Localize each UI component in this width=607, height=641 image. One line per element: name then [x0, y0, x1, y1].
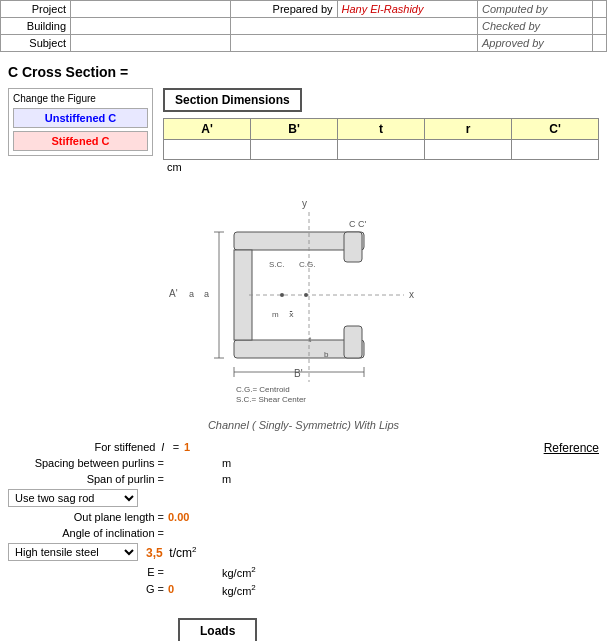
checked-value[interactable] [593, 18, 607, 35]
approved-label: Approved by [478, 35, 593, 52]
svg-text:C.G.: C.G. [299, 260, 315, 269]
computed-value[interactable] [593, 1, 607, 18]
checked-label: Checked by [478, 18, 593, 35]
span-input[interactable] [168, 473, 218, 485]
approved-value[interactable] [593, 35, 607, 52]
g-value: 0 [168, 583, 218, 595]
sag-rod-row: Use two sag rod Use one sag rod No sag r… [8, 489, 519, 507]
params-section: For stiffened l = 1 Spacing between purl… [8, 441, 599, 600]
loads-area: Loads [8, 610, 599, 641]
section-title: C Cross Section = [8, 64, 599, 80]
svg-rect-3 [344, 232, 362, 262]
cm-label: cm [167, 161, 182, 173]
inclination-row: Angle of inclination = [8, 527, 519, 539]
span-label: Span of purlin = [8, 473, 168, 485]
subject-value[interactable] [71, 35, 231, 52]
svg-text:B': B' [294, 368, 303, 379]
project-label: Project [1, 1, 71, 18]
prepared-label: Prepared by [231, 1, 338, 18]
col-t: t [338, 119, 425, 140]
svg-text:x: x [409, 289, 414, 300]
project-value[interactable] [71, 1, 231, 18]
figure-caption: Channel ( Singly- Symmetric) With Lips [8, 419, 599, 431]
unstiffened-c-button[interactable]: Unstiffened C [13, 108, 148, 128]
svg-text:b: b [324, 350, 329, 359]
span-unit: m [222, 473, 231, 485]
dims-right: Section Dimensions A' B' t r C' [163, 88, 599, 174]
svg-point-27 [280, 293, 284, 297]
val-c[interactable] [512, 140, 599, 160]
svg-text:S.C.: S.C. [269, 260, 285, 269]
svg-text:C  C': C C' [349, 219, 366, 229]
tensile-value: 3,5 t/cm2 [146, 545, 196, 560]
svg-rect-4 [344, 326, 362, 358]
col-r: r [425, 119, 512, 140]
svg-text:m: m [272, 310, 279, 319]
stiffened-equals: = [168, 441, 184, 453]
figure-area: A' a a B' y x C C' S.C. C.G. m x̄ t b C.… [8, 182, 599, 431]
val-r[interactable] [425, 140, 512, 160]
sag-rod-select[interactable]: Use two sag rod Use one sag rod No sag r… [8, 489, 138, 507]
building-value[interactable] [71, 18, 231, 35]
col-b: B' [251, 119, 338, 140]
svg-text:y: y [302, 198, 307, 209]
spacing-input[interactable] [168, 457, 218, 469]
loads-button[interactable]: Loads [178, 618, 257, 641]
val-t[interactable] [338, 140, 425, 160]
val-a[interactable] [164, 140, 251, 160]
stiffened-c-button[interactable]: Stiffened C [13, 131, 148, 151]
svg-text:a: a [204, 289, 209, 299]
e-value[interactable] [168, 566, 218, 578]
subject-label: Subject [1, 35, 71, 52]
svg-point-26 [304, 293, 308, 297]
params-left: For stiffened l = 1 Spacing between purl… [8, 441, 519, 600]
channel-svg: A' a a B' y x C C' S.C. C.G. m x̄ t b C.… [154, 182, 454, 412]
svg-text:S.C.= Shear Center: S.C.= Shear Center [236, 395, 306, 404]
svg-text:C.G.= Centroid: C.G.= Centroid [236, 385, 290, 394]
e-row: E = kg/cm2 [8, 565, 519, 579]
svg-text:x̄: x̄ [289, 310, 294, 319]
computed-label: Computed by [478, 1, 593, 18]
spacing-unit: m [222, 457, 231, 469]
prepared-value: Hany El-Rashidy [337, 1, 478, 18]
tensile-unit: t/cm2 [166, 546, 196, 560]
spacing-label: Spacing between purlins = [8, 457, 168, 469]
val-b[interactable] [251, 140, 338, 160]
g-row: G = 0 kg/cm2 [8, 583, 519, 597]
change-figure-label: Change the Figure [13, 93, 148, 104]
params-right: Reference [519, 441, 599, 600]
stiffened-row: For stiffened l = 1 [8, 441, 519, 453]
col-a: A' [164, 119, 251, 140]
tensile-val: 3,5 [146, 546, 163, 560]
e-label: E = [8, 566, 168, 578]
out-plane-label: Out plane length = [8, 511, 168, 523]
header-table: Project Prepared by Hany El-Rashidy Comp… [0, 0, 607, 52]
g-unit: kg/cm2 [222, 583, 256, 597]
inclination-label: Angle of inclination = [8, 527, 168, 539]
e-unit: kg/cm2 [222, 565, 256, 579]
reference-link[interactable]: Reference [544, 441, 599, 455]
steel-select[interactable]: High tensile steel Mild steel [8, 543, 138, 561]
spacing-row: Spacing between purlins = m [8, 457, 519, 469]
svg-text:a: a [189, 289, 194, 299]
change-figure-box: Change the Figure Unstiffened C Stiffene… [8, 88, 153, 156]
stiffened-value: 1 [184, 441, 234, 453]
section-dims-title: Section Dimensions [163, 88, 302, 112]
stiffened-label: For stiffened l [8, 441, 168, 453]
out-plane-row: Out plane length = 0.00 [8, 511, 519, 523]
svg-text:A': A' [169, 288, 178, 299]
span-row: Span of purlin = m [8, 473, 519, 485]
dims-table: A' B' t r C' [163, 118, 599, 160]
g-label: G = [8, 583, 168, 595]
steel-row: High tensile steel Mild steel 3,5 t/cm2 [8, 543, 519, 561]
out-plane-value: 0.00 [168, 511, 218, 523]
building-label: Building [1, 18, 71, 35]
col-c: C' [512, 119, 599, 140]
